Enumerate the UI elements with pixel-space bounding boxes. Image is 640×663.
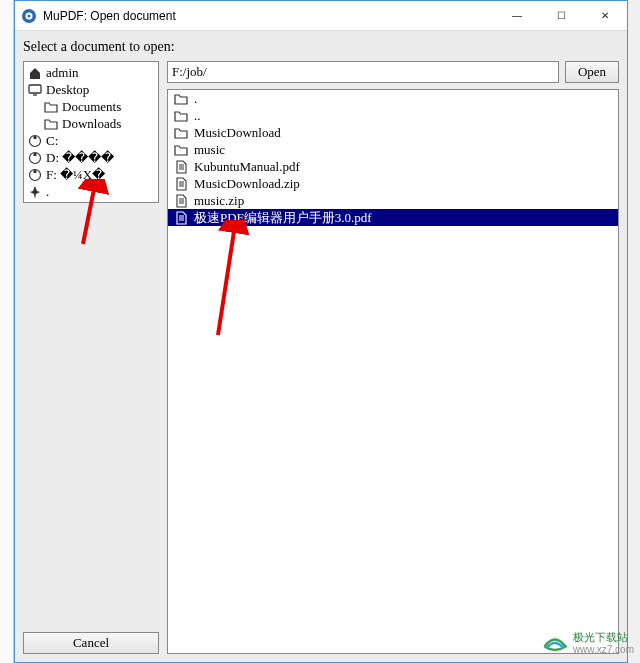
tree-item[interactable]: Documents xyxy=(24,98,158,115)
tree-item-label: Downloads xyxy=(62,116,121,132)
tree-item[interactable]: D: ���� xyxy=(24,149,158,166)
close-icon: ✕ xyxy=(601,10,609,21)
svg-point-2 xyxy=(28,14,31,17)
tree-item-label: D: ���� xyxy=(46,150,114,166)
cancel-button[interactable]: Cancel xyxy=(23,632,159,654)
file-item-label: . xyxy=(194,91,197,107)
path-input[interactable] xyxy=(167,61,559,83)
tree-item-label: Documents xyxy=(62,99,121,115)
file-item-label: music xyxy=(194,142,225,158)
disk-icon xyxy=(28,151,42,165)
right-pane: Open ...MusicDownloadmusicKubuntuManual.… xyxy=(167,61,619,654)
file-item[interactable]: MusicDownload.zip xyxy=(168,175,618,192)
home-icon xyxy=(28,66,42,80)
prompt-label: Select a document to open: xyxy=(23,35,619,61)
spacer xyxy=(23,203,159,626)
watermark: 极光下载站 www.xz7.com xyxy=(541,629,634,657)
file-item[interactable]: music xyxy=(168,141,618,158)
close-button[interactable]: ✕ xyxy=(583,1,627,30)
dialog-content: Select a document to open: adminDesktopD… xyxy=(15,31,627,662)
file-item[interactable]: .. xyxy=(168,107,618,124)
location-tree[interactable]: adminDesktopDocumentsDownloadsC:D: ����F… xyxy=(23,61,159,203)
file-icon xyxy=(174,194,188,208)
file-item[interactable]: music.zip xyxy=(168,192,618,209)
folder-icon xyxy=(174,143,188,157)
tree-item-label: . xyxy=(46,184,49,200)
open-document-dialog: MuPDF: Open document — ☐ ✕ Select a docu… xyxy=(14,0,628,663)
folder-icon xyxy=(174,109,188,123)
file-icon xyxy=(174,211,188,225)
folder-icon xyxy=(174,92,188,106)
minimize-button[interactable]: — xyxy=(495,1,539,30)
svg-line-4 xyxy=(218,225,235,335)
tree-item[interactable]: C: xyxy=(24,132,158,149)
tree-item[interactable]: . xyxy=(24,183,158,200)
open-button[interactable]: Open xyxy=(565,61,619,83)
minimize-icon: — xyxy=(512,10,522,21)
folder-icon xyxy=(44,100,58,114)
tree-item-label: Desktop xyxy=(46,82,89,98)
file-item[interactable]: . xyxy=(168,90,618,107)
body-row: adminDesktopDocumentsDownloadsC:D: ����F… xyxy=(23,61,619,654)
tree-item[interactable]: F: �¼X� xyxy=(24,166,158,183)
watermark-text: 极光下载站 www.xz7.com xyxy=(573,631,634,654)
file-item-label: music.zip xyxy=(194,193,244,209)
watermark-logo-icon xyxy=(541,629,569,657)
tree-item[interactable]: admin xyxy=(24,64,158,81)
file-item-label: .. xyxy=(194,108,201,124)
file-item[interactable]: MusicDownload xyxy=(168,124,618,141)
tree-item-label: admin xyxy=(46,65,79,81)
file-item-label: 极速PDF编辑器用户手册3.0.pdf xyxy=(194,209,372,227)
maximize-icon: ☐ xyxy=(557,10,566,21)
disk-icon xyxy=(28,134,42,148)
maximize-button[interactable]: ☐ xyxy=(539,1,583,30)
left-pane: adminDesktopDocumentsDownloadsC:D: ����F… xyxy=(23,61,159,654)
path-row: Open xyxy=(167,61,619,83)
app-icon xyxy=(21,8,37,24)
watermark-url: www.xz7.com xyxy=(573,644,634,655)
file-item-label: MusicDownload.zip xyxy=(194,176,300,192)
tree-item[interactable]: Desktop xyxy=(24,81,158,98)
pin-icon xyxy=(28,185,42,199)
disk-icon xyxy=(28,168,42,182)
file-icon xyxy=(174,160,188,174)
tree-item-label: C: xyxy=(46,133,58,149)
watermark-name: 极光下载站 xyxy=(573,631,634,643)
file-item-label: MusicDownload xyxy=(194,125,281,141)
annotation-arrow xyxy=(213,220,253,340)
file-item[interactable]: 极速PDF编辑器用户手册3.0.pdf xyxy=(168,209,618,226)
folder-icon xyxy=(44,117,58,131)
folder-icon xyxy=(174,126,188,140)
file-list[interactable]: ...MusicDownloadmusicKubuntuManual.pdfMu… xyxy=(167,89,619,654)
tree-item[interactable]: Downloads xyxy=(24,115,158,132)
window-title: MuPDF: Open document xyxy=(43,9,495,23)
desktop-icon xyxy=(28,83,42,97)
background-sliver xyxy=(0,0,14,663)
file-icon xyxy=(174,177,188,191)
file-item[interactable]: KubuntuManual.pdf xyxy=(168,158,618,175)
tree-item-label: F: �¼X� xyxy=(46,167,105,183)
titlebar[interactable]: MuPDF: Open document — ☐ ✕ xyxy=(15,1,627,31)
file-item-label: KubuntuManual.pdf xyxy=(194,159,300,175)
window-controls: — ☐ ✕ xyxy=(495,1,627,30)
